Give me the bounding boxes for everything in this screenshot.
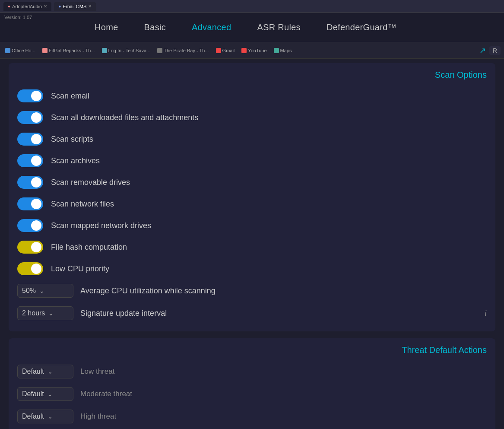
threat-section-title: Threat Default Actions [402, 345, 487, 355]
bookmark-5-icon [216, 48, 221, 53]
moderate-threat-label: Moderate threat [80, 390, 132, 398]
browser-tabs-bar: ● AdoptedAudio ✕ ● Email CMS ✕ [0, 0, 504, 13]
tab2-label: Email CMS [63, 4, 86, 9]
scan-archives-slider [17, 154, 43, 167]
scan-options-title: Scan Options [435, 70, 487, 79]
scan-network-files-label: Scan network files [51, 200, 114, 209]
browser-tab-2[interactable]: ● Email CMS ✕ [54, 2, 96, 11]
high-threat-row: Default ⌄ High threat [17, 405, 487, 428]
bookmark-3-icon [102, 48, 107, 53]
bookmark-6[interactable]: YouTube [240, 47, 268, 54]
bookmark-3-label: Log In - TechSava... [108, 48, 151, 53]
low-cpu-toggle[interactable] [17, 262, 43, 275]
scan-scripts-row: Scan scripts [17, 128, 487, 150]
scan-archives-row: Scan archives [17, 150, 487, 172]
scan-mapped-slider [17, 219, 43, 232]
high-threat-chevron: ⌄ [48, 413, 53, 420]
main-content: Scan Options Scan email Scan all downloa… [0, 59, 504, 429]
sig-update-info-icon: i [485, 309, 487, 318]
moderate-threat-chevron: ⌄ [48, 391, 53, 397]
bookmark-7-icon [274, 48, 279, 53]
cpu-util-label: Average CPU utilization while scanning [80, 286, 216, 296]
sig-update-value: 2 hours [22, 309, 45, 317]
scan-removable-row: Scan removable drives [17, 172, 487, 193]
bookmark-4[interactable]: The Pirate Bay - Th... [155, 47, 210, 54]
browser-tab-1[interactable]: ● AdoptedAudio ✕ [3, 2, 51, 11]
low-threat-chevron: ⌄ [48, 368, 53, 375]
file-hash-toggle[interactable] [17, 241, 43, 254]
bookmark-5[interactable]: Gmail [214, 47, 237, 54]
bookmark-6-icon [241, 48, 247, 53]
scan-downloads-toggle[interactable] [17, 111, 43, 124]
moderate-threat-dropdown[interactable]: Default ⌄ [17, 387, 73, 401]
tab-advanced[interactable]: Advanced [179, 19, 244, 36]
scan-email-toggle[interactable] [17, 89, 43, 102]
scan-removable-slider [17, 176, 43, 189]
tab-defender-guard[interactable]: DefenderGuard™ [314, 19, 409, 36]
scan-network-files-slider [17, 197, 43, 210]
app-nav-bar: Version: 1.07 Home Basic Advanced ASR Ru… [0, 13, 504, 42]
tab2-close-icon[interactable]: ✕ [88, 4, 92, 9]
cpu-util-row: 50% ⌄ Average CPU utilization while scan… [17, 280, 487, 302]
app-version: Version: 1.07 [4, 15, 32, 20]
nav-tabs: Home Basic Advanced ASR Rules DefenderGu… [82, 13, 409, 42]
bookmark-3[interactable]: Log In - TechSava... [100, 47, 152, 54]
bookmark-5-label: Gmail [222, 48, 235, 53]
scan-options-section: Scan Options Scan email Scan all downloa… [9, 63, 495, 331]
low-cpu-label: Low CPU priority [51, 264, 109, 273]
bookmark-7-label: Maps [280, 48, 292, 53]
bookmark-1[interactable]: Office Ho... [3, 47, 37, 54]
scan-email-row: Scan email [17, 85, 487, 107]
tab1-close-icon[interactable]: ✕ [44, 4, 47, 9]
tab2-icon: ● [58, 4, 61, 9]
bookmark-4-icon [157, 48, 162, 53]
low-threat-value: Default [22, 368, 44, 375]
file-hash-row: File hash computation [17, 236, 487, 258]
scan-scripts-toggle[interactable] [17, 133, 43, 146]
file-hash-label: File hash computation [51, 243, 127, 252]
tab-asr-rules[interactable]: ASR Rules [244, 19, 314, 36]
scan-email-label: Scan email [51, 92, 89, 101]
cpu-util-value: 50% [22, 287, 36, 295]
bookmark-2-icon [42, 48, 48, 53]
sig-update-dropdown[interactable]: 2 hours ⌄ [17, 306, 73, 320]
scan-email-slider [17, 89, 43, 102]
tab1-icon: ● [8, 4, 10, 9]
scan-network-files-row: Scan network files [17, 193, 487, 215]
tab-home[interactable]: Home [82, 19, 131, 36]
bookmark-6-label: YouTube [248, 48, 266, 53]
right-panel-icon-r[interactable]: R [489, 46, 501, 55]
bookmarks-bar: Office Ho... FitGirl Repacks - Th... Log… [0, 42, 504, 59]
moderate-threat-row: Default ⌄ Moderate threat [17, 383, 487, 405]
cpu-util-chevron: ⌄ [39, 287, 44, 294]
scan-mapped-row: Scan mapped network drives [17, 215, 487, 236]
tab-basic[interactable]: Basic [131, 19, 179, 36]
scan-archives-label: Scan archives [51, 156, 100, 165]
bookmark-2[interactable]: FitGirl Repacks - Th... [41, 47, 97, 54]
scan-mapped-toggle[interactable] [17, 219, 43, 232]
bookmark-7[interactable]: Maps [272, 47, 294, 54]
threat-section: Threat Default Actions Default ⌄ Low thr… [9, 338, 495, 429]
scan-removable-label: Scan removable drives [51, 178, 130, 187]
scan-removable-toggle[interactable] [17, 176, 43, 189]
scan-scripts-slider [17, 133, 43, 146]
bookmark-2-label: FitGirl Repacks - Th... [49, 48, 95, 53]
cpu-util-dropdown[interactable]: 50% ⌄ [17, 284, 73, 298]
low-threat-dropdown[interactable]: Default ⌄ [17, 365, 73, 378]
external-link-icon[interactable]: ↗ [479, 46, 486, 55]
sig-update-row: 2 hours ⌄ Signature update interval i [17, 302, 487, 324]
scan-archives-toggle[interactable] [17, 154, 43, 167]
sig-update-label: Signature update interval [80, 309, 167, 318]
high-threat-value: Default [22, 413, 44, 420]
scan-network-files-toggle[interactable] [17, 197, 43, 210]
scan-downloads-row: Scan all downloaded files and attachment… [17, 107, 487, 128]
scan-mapped-label: Scan mapped network drives [51, 221, 151, 230]
moderate-threat-value: Default [22, 390, 44, 398]
high-threat-label: High threat [80, 412, 116, 421]
scan-downloads-slider [17, 111, 43, 124]
high-threat-dropdown[interactable]: Default ⌄ [17, 410, 73, 423]
scan-options-header: Scan Options [17, 70, 487, 80]
low-threat-row: Default ⌄ Low threat [17, 360, 487, 383]
scan-scripts-label: Scan scripts [51, 135, 93, 144]
tab1-label: AdoptedAudio [12, 4, 42, 9]
